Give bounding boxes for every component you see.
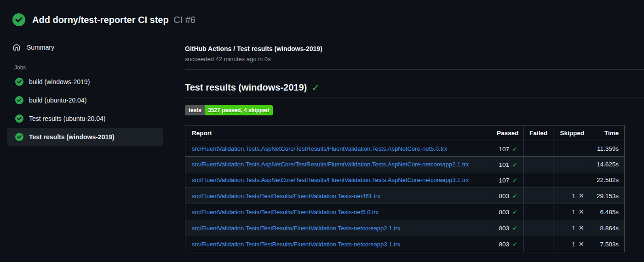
- skipped-cell: [553, 172, 590, 188]
- report-link[interactable]: src/FluentValidation.Tests/TestResults/F…: [192, 209, 379, 216]
- cross-icon: ✕: [578, 224, 584, 232]
- report-link[interactable]: src/FluentValidation.Tests/TestResults/F…: [192, 193, 380, 199]
- test-results-table: ReportPassedFailedSkippedTime src/Fluent…: [185, 125, 625, 252]
- skipped-cell: [553, 157, 590, 172]
- table-row: src/FluentValidation.Tests/TestResults/F…: [185, 220, 625, 236]
- column-header-skipped: Skipped: [553, 125, 590, 141]
- time-cell: 22.582s: [590, 172, 625, 188]
- cross-icon: ✕: [578, 208, 584, 216]
- column-header-time: Time: [590, 125, 625, 141]
- passed-cell: 101 ✓: [491, 157, 523, 172]
- failed-cell: [523, 157, 553, 172]
- table-row: src/FluentValidation.Tests/TestResults/F…: [185, 188, 625, 204]
- passed-cell: 803 ✓: [491, 204, 523, 220]
- check-icon: ✓: [512, 193, 518, 199]
- summary-label: Summary: [27, 44, 54, 51]
- time-cell: 14.625s: [590, 157, 625, 172]
- check-circle-icon: [15, 96, 23, 104]
- passed-cell: 803 ✓: [491, 236, 523, 252]
- failed-cell: [523, 141, 553, 157]
- sidebar-item-summary[interactable]: Summary: [7, 40, 163, 55]
- sidebar-job-item[interactable]: build (windows-2019): [7, 73, 163, 91]
- check-icon: ✓: [512, 177, 518, 184]
- time-cell: 7.503s: [590, 236, 625, 252]
- failed-cell: [523, 188, 553, 204]
- time-cell: 29.153s: [590, 188, 625, 204]
- section-title: Test results (windows-2019): [185, 82, 307, 93]
- sidebar-job-item[interactable]: build (ubuntu-20.04): [7, 91, 163, 109]
- passed-cell: 803 ✓: [491, 188, 523, 204]
- jobs-section-label: Jobs: [7, 64, 163, 71]
- passed-cell: 107 ✓: [491, 141, 523, 157]
- check-circle-icon: [15, 114, 23, 123]
- tests-badge: tests 3527 passed, 4 skipped: [185, 105, 273, 115]
- run-header: Add dorny/test-reporter CI step CI #6: [0, 0, 644, 37]
- skipped-cell: 1 ✕: [553, 204, 590, 220]
- report-link[interactable]: src/FluentValidation.Tests.AspNetCore/Te…: [192, 161, 469, 168]
- sidebar-job-item[interactable]: Test results (ubuntu-20.04): [7, 109, 163, 128]
- time-cell: 8.864s: [590, 220, 625, 236]
- skipped-cell: [553, 141, 590, 157]
- report-link[interactable]: src/FluentValidation.Tests.AspNetCore/Te…: [192, 145, 447, 152]
- check-icon: ✓: [512, 241, 518, 248]
- sidebar-jobs-list: build (windows-2019) build (ubuntu-20.04…: [7, 73, 163, 146]
- job-item-label: build (ubuntu-20.04): [29, 97, 86, 104]
- skipped-cell: 1 ✕: [553, 236, 590, 252]
- table-row: src/FluentValidation.Tests.AspNetCore/Te…: [185, 141, 625, 157]
- check-icon: ✓: [512, 146, 518, 153]
- failed-cell: [523, 220, 553, 236]
- check-icon: ✓: [512, 225, 518, 232]
- run-title: Add dorny/test-reporter CI step: [32, 15, 169, 25]
- sidebar-job-item[interactable]: Test results (windows-2019): [7, 128, 163, 146]
- cross-icon: ✕: [578, 192, 584, 199]
- report-link[interactable]: src/FluentValidation.Tests.AspNetCore/Te…: [192, 177, 469, 183]
- run-success-check-circle-icon: [12, 13, 25, 26]
- failed-cell: [523, 204, 553, 220]
- table-row: src/FluentValidation.Tests.AspNetCore/Te…: [185, 157, 625, 172]
- report-link[interactable]: src/FluentValidation.Tests/TestResults/F…: [192, 241, 400, 248]
- home-icon: [13, 44, 20, 51]
- cross-icon: ✕: [578, 240, 584, 248]
- column-header-report: Report: [185, 125, 491, 141]
- column-header-passed: Passed: [491, 125, 523, 141]
- passed-cell: 107 ✓: [491, 172, 523, 188]
- main-content: GitHub Actions / Test results (windows-2…: [184, 37, 644, 252]
- job-title: GitHub Actions / Test results (windows-2…: [185, 45, 644, 52]
- job-item-label: Test results (windows-2019): [29, 133, 115, 141]
- skipped-cell: 1 ✕: [553, 220, 590, 236]
- table-row: src/FluentValidation.Tests/TestResults/F…: [185, 204, 625, 220]
- check-circle-icon: [15, 78, 23, 86]
- check-icon: ✓: [512, 161, 518, 168]
- badge-value: 3527 passed, 4 skipped: [205, 105, 273, 115]
- section-heading: Test results (windows-2019) ✓: [185, 82, 644, 97]
- report-link[interactable]: src/FluentValidation.Tests/TestResults/F…: [192, 225, 400, 232]
- passed-cell: 803 ✓: [491, 220, 523, 236]
- job-item-label: Test results (ubuntu-20.04): [29, 115, 106, 122]
- time-cell: 6.485s: [590, 204, 625, 220]
- sidebar: Summary Jobs build (windows-2019) build …: [0, 37, 184, 146]
- column-header-failed: Failed: [523, 125, 553, 141]
- table-row: src/FluentValidation.Tests.AspNetCore/Te…: [185, 172, 625, 188]
- time-cell: 11.359s: [590, 141, 625, 157]
- table-header-row: ReportPassedFailedSkippedTime: [185, 125, 625, 141]
- job-status-line: succeeded 42 minutes ago in 0s: [185, 56, 644, 63]
- check-circle-icon: [15, 133, 23, 141]
- heading-check-icon: ✓: [311, 83, 320, 92]
- failed-cell: [523, 172, 553, 188]
- check-icon: ✓: [512, 209, 518, 216]
- skipped-cell: 1 ✕: [553, 188, 590, 204]
- divider: [185, 69, 644, 70]
- job-item-label: build (windows-2019): [29, 78, 90, 85]
- run-counter: CI #6: [173, 15, 196, 25]
- table-row: src/FluentValidation.Tests/TestResults/F…: [185, 236, 625, 252]
- badge-label: tests: [185, 105, 205, 115]
- failed-cell: [523, 236, 553, 252]
